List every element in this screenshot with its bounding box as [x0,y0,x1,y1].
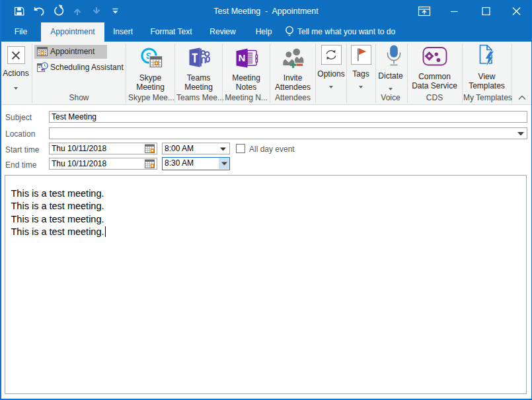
svg-text:N: N [238,52,245,63]
